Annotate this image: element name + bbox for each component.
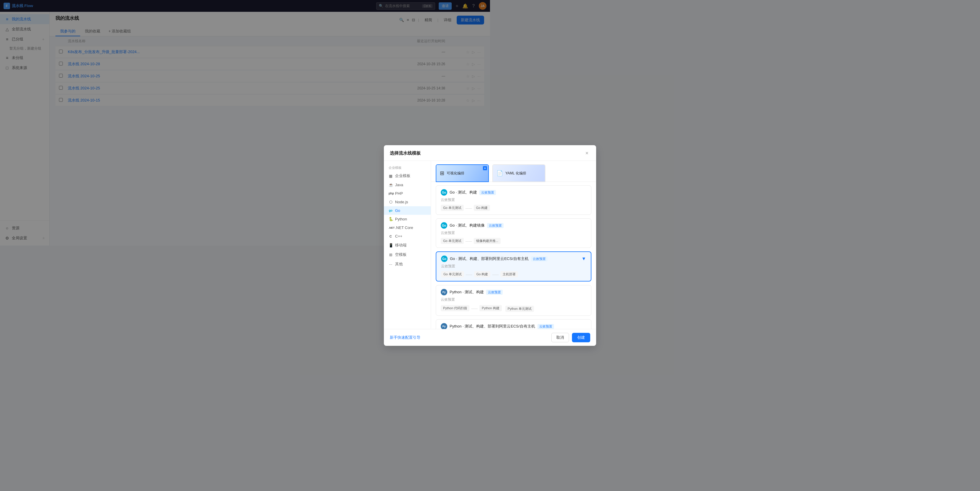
modal-title: 选择流水线模板: [390, 150, 421, 156]
java-icon: ☕: [388, 183, 393, 187]
step-arrow: ——: [466, 206, 472, 210]
step-chip: Go 构建: [474, 205, 490, 211]
python-icon: 🐍: [388, 217, 393, 221]
modal-nav-mobile[interactable]: 📱 移动端: [384, 241, 431, 246]
template-title-1: Go · 测试、构建: [450, 190, 477, 195]
template-steps-2: Go 单元测试 —— 镜像构建并推...: [441, 238, 490, 244]
step-chip: Go 单元测试: [441, 238, 464, 244]
modal-nav-java[interactable]: ☕ Java: [384, 180, 431, 189]
step-arrow: ——: [466, 239, 472, 243]
go-icon-2: Go: [441, 222, 447, 229]
modal-overlay: 选择流水线模板 × 企业模板 ▦ 企业模板 ☕ Java php PHP: [0, 0, 490, 246]
template-card-go-test-build-image[interactable]: Go Go · 测试、构建镜像 云效预置 云效预置 Go 单元测试 —— 镜像构…: [436, 218, 490, 246]
nav-section-label: 企业模板: [384, 164, 431, 171]
template-title-2: Go · 测试、构建镜像: [450, 223, 485, 228]
cpp-icon: C: [388, 234, 393, 238]
go-icon-1: Go: [441, 189, 447, 196]
template-modal: 选择流水线模板 × 企业模板 ▦ 企业模板 ☕ Java php PHP: [384, 145, 490, 246]
template-card-header-2: Go Go · 测试、构建镜像 云效预置: [441, 222, 490, 229]
step-chip: 镜像构建并推...: [474, 238, 490, 244]
modal-body: 企业模板 ▦ 企业模板 ☕ Java php PHP ⬡ Node.js: [384, 161, 490, 246]
mobile-icon: 📱: [388, 243, 393, 246]
modal-nav-go[interactable]: go Go: [384, 206, 431, 215]
modal-header: 选择流水线模板 ×: [384, 145, 490, 161]
php-icon: php: [388, 192, 393, 195]
visual-tab-icon: ⊞: [440, 170, 444, 177]
nodejs-icon: ⬡: [388, 200, 393, 204]
template-list: Go Go · 测试、构建 云效预置 云效预置 Go 单元测试 —— Go 构建: [431, 182, 490, 246]
template-badge-2: 云效预置: [487, 223, 490, 228]
template-subtitle-1: 云效预置: [441, 198, 490, 202]
go-nav-icon: go: [388, 209, 393, 212]
dotnet-icon: .NET: [388, 226, 393, 229]
modal-left-nav: 企业模板 ▦ 企业模板 ☕ Java php PHP ⬡ Node.js: [384, 161, 431, 246]
modal-nav-nodejs[interactable]: ⬡ Node.js: [384, 198, 431, 206]
step-chip: Go 单元测试: [441, 205, 464, 211]
template-subtitle-2: 云效预置: [441, 230, 490, 236]
template-type-tabs: ⊞ 可视化编排 ▼ 📄 YAML 化编排: [431, 161, 490, 182]
modal-content-area: ⊞ 可视化编排 ▼ 📄 YAML 化编排: [431, 161, 490, 246]
template-badge-1: 云效预置: [479, 190, 490, 195]
modal-nav-cpp[interactable]: C C++: [384, 232, 431, 241]
enterprise-icon: ▦: [388, 174, 393, 178]
template-steps-1: Go 单元测试 —— Go 构建: [441, 205, 490, 211]
visual-tab-label: 可视化编排: [447, 171, 465, 176]
modal-nav-python[interactable]: 🐍 Python: [384, 215, 431, 223]
tab-visual-editing[interactable]: ⊞ 可视化编排 ▼: [436, 164, 489, 182]
modal-nav-dotnet[interactable]: .NET .NET Core: [384, 223, 431, 232]
modal-nav-php[interactable]: php PHP: [384, 189, 431, 198]
template-card-go-test-build[interactable]: Go Go · 测试、构建 云效预置 云效预置 Go 单元测试 —— Go 构建: [436, 185, 490, 215]
visual-selected-indicator: ▼: [483, 166, 487, 170]
template-card-header-1: Go Go · 测试、构建 云效预置: [441, 189, 490, 196]
modal-nav-enterprise[interactable]: ▦ 企业模板: [384, 171, 431, 180]
